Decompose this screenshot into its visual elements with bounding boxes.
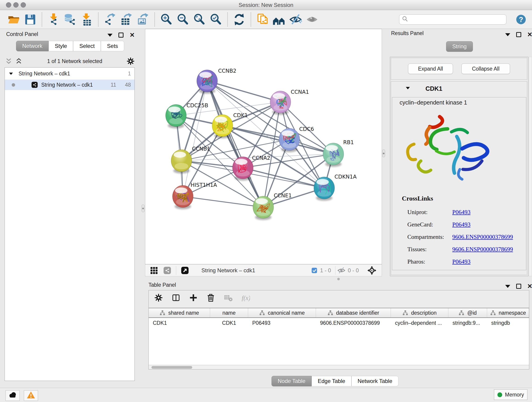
open-session-icon[interactable]: [7, 13, 20, 26]
gear-icon[interactable]: [154, 293, 163, 302]
first-neighbors-icon[interactable]: [273, 13, 285, 26]
tab-network[interactable]: Network: [16, 41, 49, 51]
table-row[interactable]: CDK1CDK1P064939606.ENSP00000378699cyclin…: [149, 318, 529, 328]
node-RB1[interactable]: [323, 143, 344, 167]
cell-namespace[interactable]: stringdb: [487, 318, 529, 328]
search-icon: [402, 16, 409, 23]
hidden-eye-icon[interactable]: [337, 266, 346, 274]
import-network-icon[interactable]: [47, 13, 60, 26]
detach-view-icon[interactable]: [181, 266, 189, 274]
refresh-icon[interactable]: [233, 13, 246, 26]
help-button[interactable]: ?: [515, 14, 526, 25]
close-panel-icon[interactable]: ✕: [129, 32, 135, 38]
selected-checkbox-icon[interactable]: [311, 267, 318, 274]
crosslinks-rows: Uniprot:P06493GeneCard:P06493Compartment…: [407, 206, 522, 268]
results-scrollbar[interactable]: [529, 57, 532, 276]
gene-section-header[interactable]: CDK1: [391, 82, 527, 97]
column-header-canonical-name[interactable]: canonical name: [248, 308, 316, 317]
memory-button[interactable]: Memory: [494, 389, 527, 400]
birdseye-icon[interactable]: [367, 266, 377, 275]
search-input[interactable]: [409, 16, 504, 23]
float-panel-icon[interactable]: [505, 33, 510, 36]
tab-edge-table[interactable]: Edge Table: [312, 376, 351, 386]
export-image-icon[interactable]: [137, 13, 149, 26]
grid-view-icon[interactable]: [150, 266, 158, 274]
crosslink-link[interactable]: 9606.ENSP00000378699: [452, 246, 513, 253]
tab-network-table[interactable]: Network Table: [351, 376, 399, 386]
cell-name[interactable]: CDK1: [210, 318, 248, 328]
export-network-icon[interactable]: [104, 13, 116, 26]
tab-node-table[interactable]: Node Table: [272, 376, 312, 386]
node-CDC6[interactable]: [279, 128, 300, 152]
maximize-panel-icon[interactable]: [516, 284, 521, 289]
node-CCNB1[interactable]: [171, 150, 192, 173]
collection-expander-icon[interactable]: [9, 72, 13, 75]
crosslink-link[interactable]: P06493: [452, 209, 470, 216]
network-graph[interactable]: CCNB2CCNA1CDC25BCDK1CDC6RB1CCNB1CCNA2CDK…: [145, 29, 382, 264]
expand-all-icon[interactable]: [15, 57, 23, 65]
network-collection-row[interactable]: String Network – cdk1 1: [5, 68, 134, 80]
tab-string[interactable]: String: [446, 41, 473, 52]
column-header-shared-name[interactable]: shared name: [149, 308, 210, 317]
node-CCNE1[interactable]: [253, 196, 273, 220]
save-session-icon[interactable]: [24, 13, 37, 26]
zoom-selected-icon[interactable]: [209, 13, 222, 26]
section-expander-icon[interactable]: [406, 87, 410, 89]
cell-database-identifier[interactable]: 9606.ENSP00000378699: [316, 318, 391, 328]
maximize-panel-icon[interactable]: [516, 32, 521, 37]
crosslink-link[interactable]: P06493: [452, 258, 470, 265]
splitter-handle-left[interactable]: [142, 204, 145, 212]
warnings-button[interactable]: [24, 390, 38, 401]
scrollbar-thumb[interactable]: [152, 366, 192, 369]
collapse-all-button[interactable]: Collapse All: [462, 64, 510, 74]
node-CDKN1A[interactable]: [314, 177, 335, 201]
split-columns-icon[interactable]: [172, 293, 180, 302]
network-share-icon[interactable]: [163, 266, 171, 274]
node-CDK1[interactable]: [212, 115, 233, 138]
zoom-in-icon[interactable]: [160, 13, 173, 26]
node-HIST1H1A[interactable]: [172, 185, 193, 209]
cell-shared-name[interactable]: CDK1: [149, 318, 210, 328]
gear-icon[interactable]: [127, 57, 135, 65]
column-header-namespace[interactable]: namespace: [487, 308, 529, 317]
node-CCNA2[interactable]: [233, 157, 253, 181]
node-CDC25B[interactable]: [166, 104, 186, 128]
delete-icon[interactable]: [206, 293, 215, 302]
zoom-out-icon[interactable]: [177, 13, 189, 26]
float-panel-icon[interactable]: [505, 285, 510, 288]
close-panel-icon[interactable]: ✕: [527, 32, 532, 37]
column-header-name[interactable]: name: [210, 308, 248, 317]
search-box[interactable]: [399, 14, 506, 25]
crosslink-link[interactable]: 9606.ENSP00000378699: [452, 234, 513, 240]
collapse-all-icon[interactable]: [5, 57, 13, 65]
cell-@id[interactable]: stringdb:9...: [448, 318, 487, 328]
export-table-icon[interactable]: [120, 13, 133, 26]
show-all-icon[interactable]: [306, 13, 318, 26]
network-canvas[interactable]: CCNB2CCNA1CDC25BCDK1CDC6RB1CCNB1CCNA2CDK…: [145, 29, 382, 264]
tab-sets[interactable]: Sets: [101, 41, 124, 51]
import-table-icon[interactable]: [80, 13, 93, 26]
hide-selected-icon[interactable]: [289, 13, 302, 26]
column-header-description[interactable]: description: [391, 308, 448, 317]
column-header-@id[interactable]: @id: [448, 308, 487, 317]
network-row-selected[interactable]: String Network – cdk1 11 48: [5, 80, 134, 90]
tab-select[interactable]: Select: [73, 41, 101, 51]
expand-all-button[interactable]: Expand All: [408, 64, 453, 74]
maximize-panel-icon[interactable]: [119, 32, 123, 38]
node-CCNB2[interactable]: [197, 70, 217, 94]
float-panel-icon[interactable]: [108, 34, 113, 37]
tab-style[interactable]: Style: [49, 41, 73, 51]
duplicate-network-icon[interactable]: [256, 13, 269, 26]
zoom-fit-icon[interactable]: [193, 13, 206, 26]
column-header-database-identifier[interactable]: database identifier: [316, 308, 391, 317]
cell-description[interactable]: cyclin–dependent ...: [391, 318, 448, 328]
cloud-status-button[interactable]: [6, 390, 20, 401]
add-icon[interactable]: [189, 293, 198, 302]
table-horizontal-scrollbar[interactable]: [149, 365, 529, 369]
tree-icon: [458, 310, 464, 316]
cell-canonical-name[interactable]: P06493: [248, 318, 316, 328]
import-database-icon[interactable]: [64, 13, 76, 26]
node-CCNA1[interactable]: [270, 91, 291, 115]
close-panel-icon[interactable]: ✕: [527, 284, 532, 289]
crosslink-link[interactable]: P06493: [452, 221, 470, 228]
